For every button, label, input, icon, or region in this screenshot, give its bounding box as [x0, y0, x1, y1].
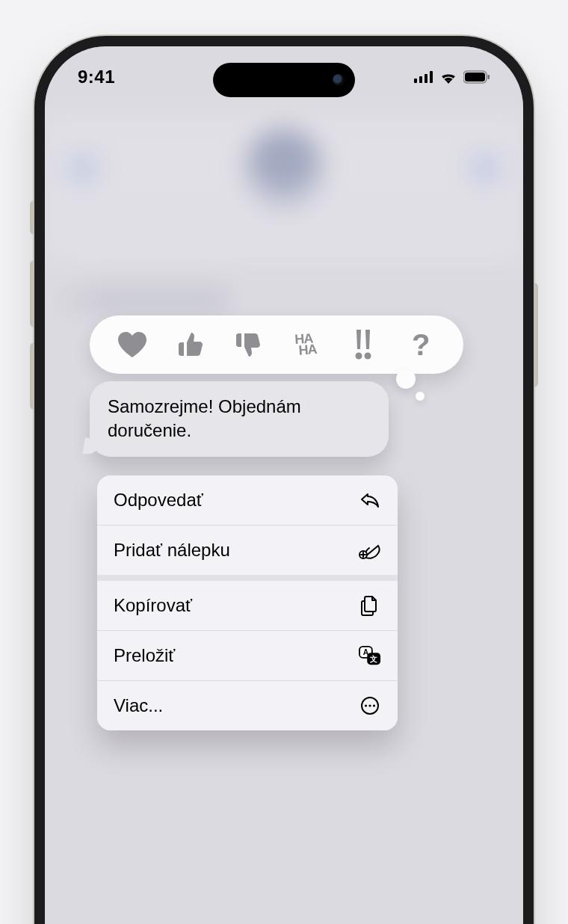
menu-label: Pridať nálepku: [114, 540, 230, 561]
silent-switch: [30, 200, 34, 235]
volume-down-button: [30, 342, 34, 410]
more-ellipsis-icon: [359, 694, 381, 717]
battery-icon: [463, 70, 490, 84]
svg-rect-5: [465, 73, 485, 81]
menu-item-copy[interactable]: Kopírovať: [97, 581, 398, 630]
screen: 9:41: [45, 46, 523, 924]
message-context-menu: Odpovedať Pridať nálepku Kopírov: [97, 475, 398, 730]
tapback-thumbs-down[interactable]: [229, 327, 265, 363]
tapback-reaction-bar: HA HA ?: [90, 315, 463, 374]
wifi-icon: [439, 70, 457, 84]
svg-point-15: [365, 704, 367, 706]
menu-item-reply[interactable]: Odpovedať: [97, 475, 398, 525]
svg-rect-3: [430, 71, 433, 83]
copy-icon: [359, 594, 381, 617]
reply-arrow-icon: [359, 489, 381, 511]
cellular-icon: [414, 71, 433, 83]
tapback-tail-icon: [416, 392, 425, 401]
status-time: 9:41: [78, 67, 115, 87]
tapback-tail-icon: [396, 369, 416, 389]
menu-item-more[interactable]: Viac...: [97, 680, 398, 730]
selected-message[interactable]: Samozrejme! Objednám doručenie.: [90, 381, 389, 457]
message-text: Samozrejme! Objednám doručenie.: [108, 396, 301, 440]
tapback-exclaim[interactable]: [345, 327, 381, 363]
dynamic-island: [213, 63, 355, 97]
tapback-heart[interactable]: [114, 327, 150, 363]
volume-up-button: [30, 260, 34, 327]
svg-rect-6: [488, 75, 490, 79]
svg-point-8: [364, 353, 371, 360]
svg-point-17: [373, 704, 375, 706]
svg-rect-0: [414, 78, 417, 83]
bubble-tail-icon: [82, 437, 101, 456]
svg-text:文: 文: [369, 655, 377, 663]
side-button: [534, 283, 538, 387]
menu-item-translate[interactable]: Preložiť A文: [97, 630, 398, 680]
tapback-thumbs-up[interactable]: [172, 327, 208, 363]
tapback-question[interactable]: ?: [403, 327, 439, 363]
menu-item-add-sticker[interactable]: Pridať nálepku: [97, 525, 398, 575]
tapback-haha[interactable]: HA HA: [288, 327, 324, 363]
menu-label: Viac...: [114, 695, 163, 716]
menu-label: Preložiť: [114, 645, 175, 666]
menu-label: Odpovedať: [114, 490, 203, 511]
svg-point-16: [368, 704, 371, 706]
sticker-add-icon: [359, 539, 381, 561]
svg-rect-2: [425, 74, 427, 83]
translate-icon: A文: [359, 644, 381, 667]
svg-rect-1: [419, 76, 422, 83]
svg-point-7: [355, 353, 362, 360]
iphone-frame: 9:41: [34, 36, 534, 924]
menu-label: Kopírovať: [114, 595, 192, 616]
